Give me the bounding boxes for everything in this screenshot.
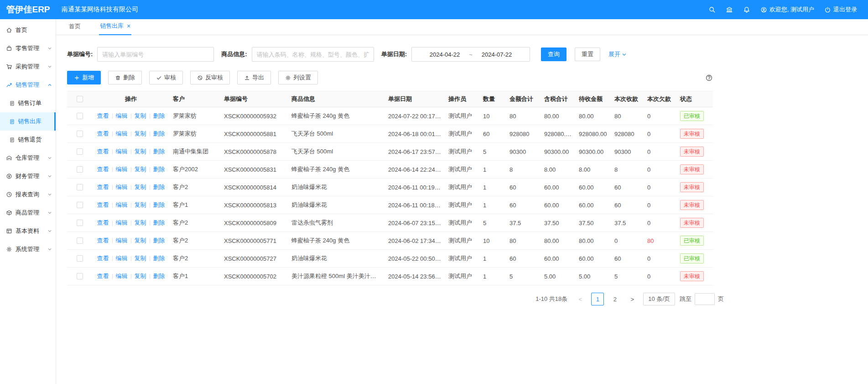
sidebar-subitem-sales-return[interactable]: 销售退货 (0, 131, 56, 149)
page-number-2[interactable]: 2 (608, 293, 621, 305)
row-action-copy[interactable]: 复制 (135, 219, 146, 226)
bill-no-input[interactable] (97, 47, 214, 62)
delete-button[interactable]: 删除 (108, 71, 142, 84)
row-action-view[interactable]: 查看 (97, 148, 109, 155)
row-action-copy[interactable]: 复制 (135, 112, 146, 119)
row-action-copy[interactable]: 复制 (135, 201, 146, 208)
cell-receivable: 60.00 (575, 179, 611, 196)
row-action-edit[interactable]: 编辑 (116, 184, 128, 190)
sidebar-item-sales[interactable]: 销售管理 (0, 76, 56, 94)
sidebar-subitem-sales-outbound[interactable]: 销售出库 (0, 112, 56, 131)
row-action-view[interactable]: 查看 (97, 237, 109, 244)
row-action-view[interactable]: 查看 (97, 166, 109, 173)
sidebar-item-report[interactable]: 报表查询 (0, 185, 56, 204)
row-action-view[interactable]: 查看 (97, 255, 109, 262)
row-action-copy[interactable]: 复制 (135, 130, 146, 137)
row-action-copy[interactable]: 复制 (135, 255, 146, 262)
row-action-copy[interactable]: 复制 (135, 184, 146, 190)
row-action-delete[interactable]: 删除 (153, 112, 165, 119)
row-action-view[interactable]: 查看 (97, 112, 109, 119)
logout-button[interactable]: 退出登录 (824, 5, 857, 14)
bank-icon[interactable] (726, 6, 733, 13)
column-header: 本次欠款 (644, 91, 676, 107)
row-action-delete[interactable]: 删除 (153, 184, 165, 190)
row-action-edit[interactable]: 编辑 (116, 148, 128, 155)
row-action-edit[interactable]: 编辑 (116, 255, 128, 262)
row-action-view[interactable]: 查看 (97, 219, 109, 226)
prev-page-button[interactable]: < (574, 293, 587, 305)
sidebar-item-finance[interactable]: 财务管理 (0, 167, 56, 185)
date-range-picker[interactable]: 2024-04-22 ~ 2024-07-22 (411, 47, 530, 62)
row-action-view[interactable]: 查看 (97, 201, 109, 208)
jump-page-input[interactable] (695, 293, 715, 305)
row-action-edit[interactable]: 编辑 (116, 237, 128, 244)
action-divider (112, 114, 113, 119)
app-root: 管伊佳ERP 南通某某网络科技有限公司 欢迎您, 测试用户 退出登录 首页 零售… (0, 0, 868, 384)
row-action-delete[interactable]: 删除 (153, 255, 165, 262)
help-icon[interactable] (705, 74, 713, 82)
row-action-edit[interactable]: 编辑 (116, 112, 128, 119)
sidebar-item-purchase[interactable]: 采购管理 (0, 58, 56, 76)
row-action-view[interactable]: 查看 (97, 273, 109, 279)
sidebar-item-goods[interactable]: 商品管理 (0, 204, 56, 222)
search-icon[interactable] (708, 6, 716, 13)
row-action-copy[interactable]: 复制 (135, 166, 146, 173)
row-checkbox[interactable] (77, 113, 83, 119)
row-checkbox[interactable] (77, 202, 83, 208)
row-checkbox[interactable] (77, 131, 83, 137)
unaudit-button[interactable]: 反审核 (190, 71, 230, 84)
sidebar-item-warehouse[interactable]: 仓库管理 (0, 149, 56, 167)
row-action-copy[interactable]: 复制 (135, 237, 146, 244)
row-checkbox[interactable] (77, 255, 83, 262)
bell-icon[interactable] (743, 6, 750, 13)
row-action-delete[interactable]: 删除 (153, 219, 165, 226)
row-action-copy[interactable]: 复制 (135, 273, 146, 279)
row-action-edit[interactable]: 编辑 (116, 219, 128, 226)
tab-home[interactable]: 首页 (68, 22, 82, 35)
row-action-delete[interactable]: 删除 (153, 201, 165, 208)
cell-qty: 1 (479, 196, 506, 214)
row-checkbox[interactable] (77, 220, 83, 226)
row-action-edit[interactable]: 编辑 (116, 166, 128, 173)
close-icon[interactable]: × (127, 23, 130, 29)
export-button[interactable]: 导出 (237, 71, 271, 84)
user-welcome[interactable]: 欢迎您, 测试用户 (760, 5, 814, 14)
row-action-delete[interactable]: 删除 (153, 130, 165, 137)
row-action-edit[interactable]: 编辑 (116, 273, 128, 279)
row-action-view[interactable]: 查看 (97, 184, 109, 190)
page-number-1[interactable]: 1 (591, 293, 604, 305)
tab-sales-outbound[interactable]: 销售出库 × (99, 22, 131, 35)
row-checkbox[interactable] (77, 237, 83, 244)
row-action-copy[interactable]: 复制 (135, 148, 146, 155)
product-info-input[interactable] (252, 47, 374, 62)
cell-amount: 60 (506, 179, 541, 196)
audit-button[interactable]: 审核 (149, 71, 183, 84)
row-checkbox[interactable] (77, 166, 83, 173)
sidebar-item-system[interactable]: 系统管理 (0, 240, 56, 258)
reset-button[interactable]: 重置 (575, 47, 600, 61)
row-action-delete[interactable]: 删除 (153, 237, 165, 244)
row-action-edit[interactable]: 编辑 (116, 201, 128, 208)
column-header: 单据编号 (220, 91, 288, 107)
sidebar-subitem-sales-order[interactable]: 销售订单 (0, 94, 56, 112)
row-checkbox[interactable] (77, 184, 83, 190)
sidebar-item-home[interactable]: 首页 (0, 21, 56, 39)
row-checkbox[interactable] (77, 148, 83, 155)
column-settings-button[interactable]: 列设置 (278, 71, 318, 84)
next-page-button[interactable]: > (626, 293, 639, 305)
add-button[interactable]: 新增 (67, 71, 101, 84)
sidebar-item-basic[interactable]: 基本资料 (0, 222, 56, 240)
row-action-delete[interactable]: 删除 (153, 148, 165, 155)
page-size-select[interactable]: 10 条/页 (643, 293, 675, 305)
search-button[interactable]: 查询 (541, 47, 567, 61)
chevron-down-icon (47, 210, 52, 215)
sidebar-item-retail[interactable]: 零售管理 (0, 39, 56, 58)
row-action-delete[interactable]: 删除 (153, 166, 165, 173)
row-action-view[interactable]: 查看 (97, 130, 109, 137)
row-checkbox[interactable] (77, 273, 83, 279)
row-action-delete[interactable]: 删除 (153, 273, 165, 279)
row-action-edit[interactable]: 编辑 (116, 130, 128, 137)
expand-link[interactable]: 展开 (608, 50, 627, 58)
cell-qty: 10 (479, 232, 506, 250)
select-all-checkbox[interactable] (77, 96, 83, 102)
